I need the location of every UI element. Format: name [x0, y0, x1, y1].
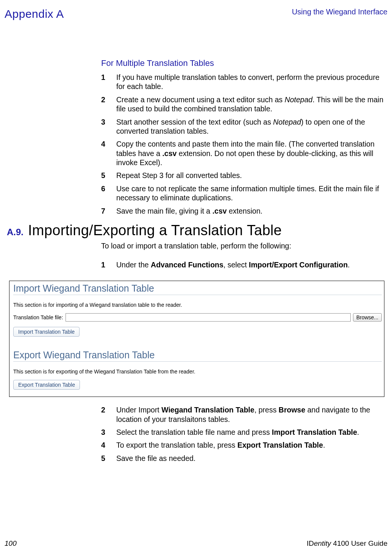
export-translation-table-button[interactable]: Export Translation Table — [13, 380, 80, 390]
step-text: Save the main file, giving it a .csv ext… — [116, 206, 384, 216]
step-text: Under Import Wiegand Translation Table, … — [116, 405, 384, 424]
figure-desc-export: This section is for exporting of the Wie… — [13, 369, 382, 375]
page-header: Appendix A Using the Wiegand Interface — [5, 8, 387, 20]
step-number: 5 — [101, 171, 116, 180]
list-item: 5 Save the file as needed. — [101, 454, 384, 463]
page-footer: 100 IDentity 4100 User Guide — [5, 539, 387, 548]
appendix-label: Appendix A — [5, 8, 64, 20]
step-text: Create a new document using a text edito… — [116, 95, 384, 114]
list-item: 2 Under Import Wiegand Translation Table… — [101, 405, 384, 424]
figure-import-export: Import Wiegand Translation Table This se… — [9, 281, 384, 397]
header-topic: Using the Wiegand Interface — [292, 8, 387, 16]
step-number: 2 — [101, 405, 116, 424]
step-text: Under the Advanced Functions, select Imp… — [116, 260, 384, 269]
step-text: Start another session of the text editor… — [116, 117, 384, 136]
step-number: 4 — [101, 139, 116, 167]
list-item: 6 Use care to not replicate the same inf… — [101, 184, 384, 203]
file-input-label: Translation Table file: — [13, 314, 63, 320]
browse-button[interactable]: Browse... — [353, 313, 382, 322]
step-text: Select the translation table file name a… — [116, 428, 384, 437]
list-item: 5 Repeat Step 3 for all converted tables… — [101, 171, 384, 180]
step-number: 3 — [101, 428, 116, 437]
list-item: 4 To export the translation table, press… — [101, 440, 384, 450]
translation-table-file-input[interactable] — [66, 313, 351, 322]
figure-heading-export: Export Wiegand Translation Table — [13, 350, 382, 362]
step-number: 6 — [101, 184, 116, 203]
list-item: 3 Select the translation table file name… — [101, 428, 384, 437]
figure-heading-import: Import Wiegand Translation Table — [13, 283, 382, 295]
list-item: 2 Create a new document using a text edi… — [101, 95, 384, 114]
multiple-tables-steps: 1 If you have multiple translation table… — [101, 73, 384, 216]
section-intro: To load or import a translation table, p… — [101, 242, 384, 250]
import-export-steps-part2: 2 Under Import Wiegand Translation Table… — [101, 405, 384, 463]
step-text: Use care to not replicate the same infor… — [116, 184, 384, 203]
step-number: 5 — [101, 454, 116, 463]
step-text: Copy the contents and paste them into th… — [116, 139, 384, 167]
main-content: For Multiple Translation Tables 1 If you… — [5, 58, 387, 463]
list-item: 1 If you have multiple translation table… — [101, 73, 384, 91]
import-export-steps-part1: 1 Under the Advanced Functions, select I… — [101, 260, 384, 269]
file-input-row: Translation Table file: Browse... — [13, 313, 382, 322]
list-item: 3 Start another session of the text edit… — [101, 117, 384, 136]
step-text: To export the translation table, press E… — [116, 440, 384, 450]
list-item: 1 Under the Advanced Functions, select I… — [101, 260, 384, 269]
step-text: Repeat Step 3 for all converted tables. — [116, 171, 384, 180]
section-title: Importing/Exporting a Translation Table — [28, 222, 282, 239]
sub-heading-multiple-tables: For Multiple Translation Tables — [101, 58, 384, 68]
list-item: 4 Copy the contents and paste them into … — [101, 139, 384, 167]
guide-name: IDentity 4100 User Guide — [307, 539, 387, 548]
page-number: 100 — [5, 539, 17, 548]
step-number: 4 — [101, 440, 116, 450]
step-number: 1 — [101, 73, 116, 91]
step-number: 7 — [101, 206, 116, 216]
list-item: 7 Save the main file, giving it a .csv e… — [101, 206, 384, 216]
step-number: 1 — [101, 260, 116, 269]
figure-desc-import: This section is for importing of a Wiega… — [13, 302, 382, 308]
step-text: Save the file as needed. — [116, 454, 384, 463]
section-number: A.9. — [5, 227, 28, 237]
import-translation-table-button[interactable]: Import Translation Table — [13, 327, 80, 337]
step-text: If you have multiple translation tables … — [116, 73, 384, 91]
step-number: 3 — [101, 117, 116, 136]
section-heading-row: A.9. Importing/Exporting a Translation T… — [5, 222, 384, 239]
step-number: 2 — [101, 95, 116, 114]
